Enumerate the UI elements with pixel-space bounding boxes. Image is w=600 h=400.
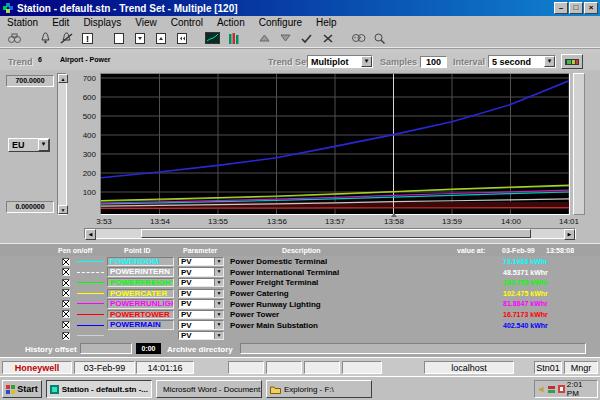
parameter-select[interactable]: PV▼ [178, 310, 224, 319]
chevron-down-icon[interactable]: ▼ [544, 56, 555, 67]
operators-icon[interactable] [348, 30, 369, 47]
station-window: Station - default.stn - Trend Set - Mult… [0, 0, 600, 400]
point-id-field[interactable]: POWERDOM [107, 257, 174, 266]
chevron-down-icon[interactable]: ▼ [361, 56, 372, 67]
zoom-icon[interactable] [369, 30, 390, 47]
minimize-button[interactable]: – [554, 2, 568, 14]
bar-chart-icon[interactable] [223, 30, 244, 47]
point-id-field[interactable]: POWERMAIN [107, 320, 174, 329]
menu-displays[interactable]: Displays [76, 17, 128, 28]
right-scrollbar[interactable] [573, 73, 585, 215]
parameter-select[interactable]: PV▼ [178, 331, 224, 340]
taskbar-task-station[interactable]: Station - default.stn -... [46, 380, 152, 398]
point-id-field[interactable]: POWERINTERN [107, 267, 174, 276]
menu-edit[interactable]: Edit [45, 17, 76, 28]
menu-station[interactable]: Station [0, 17, 45, 28]
scrollbar-thumb[interactable] [141, 229, 531, 238]
raise-icon[interactable] [254, 30, 275, 47]
scroll-up-icon[interactable]: ▲ [58, 74, 68, 83]
lower-icon[interactable] [275, 30, 296, 47]
parameter-select[interactable]: PV▼ [178, 267, 224, 276]
eu-select[interactable]: EU ▼ [8, 138, 50, 152]
title-bar: Station - default.stn - Trend Set - Mult… [0, 0, 600, 16]
volume-icon[interactable] [538, 385, 546, 394]
chevron-down-icon[interactable]: ▼ [214, 311, 223, 318]
trend-plot[interactable] [100, 73, 570, 215]
chevron-down-icon[interactable]: ▼ [214, 332, 223, 339]
point-id-field[interactable]: POWERFREIGHT [107, 278, 174, 287]
parameter-value: PV [181, 310, 192, 319]
chevron-down-icon[interactable]: ▼ [214, 290, 223, 297]
trend-display-icon[interactable] [202, 30, 223, 47]
parameter-select[interactable]: PV▼ [178, 299, 224, 308]
y-min-field[interactable]: 0.000000 [6, 201, 54, 213]
pen-onoff-checkbox[interactable] [62, 289, 70, 297]
accept-icon[interactable] [296, 30, 317, 47]
taskbar-task-explorer[interactable]: Exploring - F:\ [266, 380, 372, 398]
parameter-select[interactable]: PV▼ [178, 257, 224, 266]
parameter-select[interactable]: PV▼ [178, 320, 224, 329]
interval-select[interactable]: 5 second ▼ [488, 55, 556, 68]
trend-tool-button[interactable] [561, 54, 583, 69]
point-id-field[interactable]: POWERTOWER [107, 310, 174, 319]
y-axis-scrollbar[interactable]: ▲ ▼ [57, 73, 67, 215]
chevron-down-icon[interactable]: ▼ [214, 268, 223, 275]
close-button[interactable]: × [584, 2, 598, 14]
menu-help[interactable]: Help [309, 17, 344, 28]
menu-control[interactable]: Control [164, 17, 210, 28]
menu-view[interactable]: View [128, 17, 164, 28]
interval-value: 5 second [492, 57, 531, 67]
menu-action[interactable]: Action [210, 17, 252, 28]
menu-configure[interactable]: Configure [252, 17, 309, 28]
samples-field[interactable]: 100 [420, 56, 447, 68]
toolbar: ! [0, 29, 600, 48]
parameter-select[interactable]: PV▼ [178, 289, 224, 298]
pen-onoff-checkbox[interactable] [62, 332, 70, 340]
honeywell-brand: Honeywell [2, 361, 72, 374]
time-scrollbar[interactable]: ◀ ▶ [84, 228, 576, 239]
pen-onoff-checkbox[interactable] [62, 279, 70, 287]
pen-onoff-checkbox[interactable] [62, 300, 70, 308]
start-button[interactable]: Start [2, 380, 42, 398]
trend-set-select[interactable]: Multiplot ▼ [307, 55, 373, 68]
cancel-icon[interactable] [317, 30, 338, 47]
point-id-field[interactable]: POWERCATER [107, 289, 174, 298]
chevron-down-icon[interactable]: ▼ [214, 321, 223, 328]
chevron-down-icon[interactable]: ▼ [38, 139, 49, 151]
scroll-down-icon[interactable]: ▼ [58, 205, 68, 214]
pen-color-sample [77, 303, 104, 304]
x-tick: 13:56 [267, 217, 287, 226]
chevron-down-icon[interactable]: ▼ [214, 300, 223, 307]
parameter-value: PV [181, 268, 192, 277]
tray-app-icon[interactable] [558, 385, 565, 394]
pen-onoff-checkbox[interactable] [62, 258, 70, 266]
y-max-field[interactable]: 700.0000 [6, 75, 54, 87]
scroll-right-icon[interactable]: ▶ [564, 229, 575, 240]
x-tick: 13:59 [442, 217, 462, 226]
scroll-left-icon[interactable]: ◀ [85, 229, 96, 240]
taskbar-task-word[interactable]: W Microsoft Word - Document1 [156, 380, 262, 398]
maximize-button[interactable]: □ [569, 2, 583, 14]
chevron-down-icon[interactable]: ▼ [214, 258, 223, 265]
history-offset-input[interactable] [80, 343, 132, 354]
alarm-summary-icon[interactable]: ! [77, 30, 98, 47]
pen-description: Power Domestic Terminal [230, 257, 327, 266]
pen-onoff-checkbox[interactable] [62, 321, 70, 329]
x-tick: 13:54 [150, 217, 170, 226]
parameter-value: PV [181, 278, 192, 287]
pen-onoff-checkbox[interactable] [62, 268, 70, 276]
page-icon[interactable] [108, 30, 129, 47]
archive-directory-input[interactable] [240, 343, 586, 354]
page-up-icon[interactable] [150, 30, 171, 47]
find-icon[interactable] [4, 30, 25, 47]
point-id-field[interactable]: POWERRUNLIGHT [107, 299, 174, 308]
chevron-down-icon[interactable]: ▼ [214, 279, 223, 286]
pen-onoff-checkbox[interactable] [62, 310, 70, 318]
alarm-disable-icon[interactable] [56, 30, 77, 47]
alarm-bell-icon[interactable] [35, 30, 56, 47]
parameter-select[interactable]: PV▼ [178, 278, 224, 287]
tray-app-icon[interactable] [548, 385, 555, 394]
page-down-icon[interactable] [129, 30, 150, 47]
status-role: Mngr [564, 361, 598, 374]
page-back-icon[interactable] [171, 30, 192, 47]
